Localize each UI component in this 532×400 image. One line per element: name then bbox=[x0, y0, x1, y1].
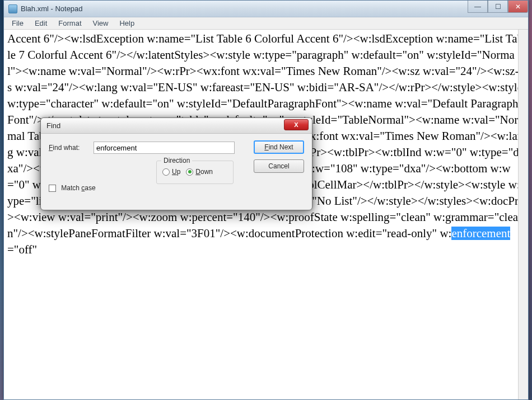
window-title: Blah.xml - Notepad bbox=[21, 4, 83, 13]
direction-down[interactable]: Down bbox=[186, 168, 213, 176]
direction-group: Direction Up Down bbox=[156, 161, 234, 184]
match-case-label: Match case bbox=[61, 184, 95, 192]
cancel-button[interactable]: Cancel bbox=[254, 159, 304, 173]
titlebar[interactable]: Blah.xml - Notepad — ☐ ✕ bbox=[4, 1, 528, 17]
radio-up-icon bbox=[162, 168, 170, 176]
direction-up[interactable]: Up bbox=[162, 168, 180, 176]
close-button[interactable]: ✕ bbox=[508, 1, 528, 13]
maximize-button[interactable]: ☐ bbox=[488, 1, 508, 13]
menu-edit[interactable]: Edit bbox=[29, 18, 53, 29]
menu-file[interactable]: File bbox=[6, 18, 29, 29]
find-what-input[interactable] bbox=[94, 142, 235, 154]
window-controls: — ☐ ✕ bbox=[468, 1, 528, 13]
find-next-button[interactable]: Find Next bbox=[254, 140, 304, 154]
match-case-row[interactable]: Match case bbox=[49, 184, 96, 192]
text-area[interactable]: Accent 6"/><w:lsdException w:name="List … bbox=[4, 30, 528, 399]
find-what-row: Find what: bbox=[49, 142, 235, 154]
menu-format[interactable]: Format bbox=[53, 18, 87, 29]
find-titlebar[interactable]: Find X bbox=[41, 118, 312, 134]
menu-view[interactable]: View bbox=[87, 18, 114, 29]
notepad-icon bbox=[8, 4, 17, 13]
find-dialog-title: Find bbox=[46, 121, 60, 130]
doc-selection: enforcement bbox=[451, 227, 510, 240]
doc-post: ="off" bbox=[7, 243, 40, 256]
minimize-button[interactable]: — bbox=[468, 1, 488, 13]
find-what-label: Find what: bbox=[49, 144, 94, 152]
find-dialog-body: Find what: Find Next Cancel Direction Up… bbox=[41, 134, 312, 210]
vertical-scrollbar[interactable] bbox=[518, 30, 528, 399]
direction-legend: Direction bbox=[161, 157, 192, 164]
match-case-checkbox[interactable] bbox=[49, 185, 56, 192]
menu-help[interactable]: Help bbox=[114, 18, 140, 29]
radio-down-icon bbox=[186, 168, 193, 176]
menubar: File Edit Format View Help bbox=[4, 17, 528, 30]
find-dialog: Find X Find what: Find Next Cancel Direc… bbox=[40, 117, 312, 210]
find-close-button[interactable]: X bbox=[284, 119, 309, 130]
